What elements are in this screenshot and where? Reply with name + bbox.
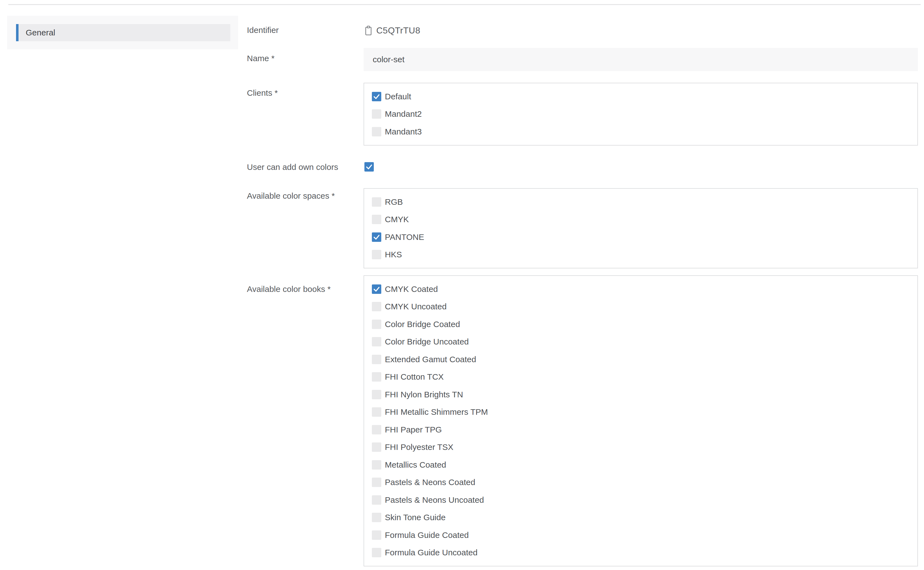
checkbox-option: Skin Tone Guide: [364, 509, 917, 527]
check-icon: [373, 285, 380, 293]
checkbox-option: CMYK Coated: [364, 280, 917, 298]
checkbox[interactable]: [372, 109, 381, 119]
checkbox-option: RGB: [364, 193, 917, 211]
checkbox-label: Pastels & Neons Uncoated: [385, 495, 484, 505]
checkbox-option: FHI Nylon Brights TN: [364, 386, 917, 403]
checkbox-label: Metallics Coated: [385, 460, 446, 470]
checkbox[interactable]: [372, 530, 381, 540]
checkbox-option: Metallics Coated: [364, 456, 917, 474]
checkbox-label: FHI Nylon Brights TN: [385, 390, 463, 399]
checkbox[interactable]: [372, 197, 381, 207]
checkbox-label: Mandant2: [385, 109, 422, 119]
color-spaces-checkbox-group: RGB CMYK PANTONE HKS: [363, 188, 918, 268]
check-icon: [365, 163, 373, 171]
sidebar-item-general[interactable]: General: [16, 24, 230, 41]
checkbox-label: HKS: [385, 250, 402, 259]
color-set-settings-page: General Identifier C5QTrTU8 Name * Clien…: [0, 0, 924, 570]
checkbox[interactable]: [372, 460, 381, 470]
checkbox-option: Default: [364, 88, 917, 106]
checkbox-option: HKS: [364, 246, 917, 264]
checkbox-label: Formula Guide Coated: [385, 530, 469, 540]
checkbox-option: PANTONE: [364, 228, 917, 246]
checkbox[interactable]: [372, 495, 381, 505]
name-input[interactable]: [363, 48, 918, 71]
checkbox-option: Formula Guide Uncoated: [364, 544, 917, 562]
checkbox-label: Color Bridge Coated: [385, 320, 460, 329]
checkbox-option: FHI Metallic Shimmers TPM: [364, 403, 917, 421]
checkbox-label: Mandant3: [385, 127, 422, 136]
checkbox-option: Pastels & Neons Uncoated: [364, 491, 917, 509]
checkbox[interactable]: [372, 320, 381, 329]
checkbox-option: FHI Paper TPG: [364, 421, 917, 438]
checkbox[interactable]: [372, 355, 381, 364]
checkbox-label: Color Bridge Uncoated: [385, 337, 469, 346]
checkbox-label: CMYK: [385, 215, 409, 224]
checkbox[interactable]: [372, 233, 381, 242]
color-books-label: Available color books *: [247, 285, 331, 294]
checkbox[interactable]: [372, 548, 381, 557]
checkbox-option: Mandant2: [364, 106, 917, 123]
checkbox-label: CMYK Coated: [385, 285, 438, 294]
checkbox-label: Pastels & Neons Coated: [385, 478, 475, 487]
checkbox[interactable]: [372, 285, 381, 294]
checkbox[interactable]: [372, 215, 381, 224]
checkbox-option: Mandant3: [364, 123, 917, 141]
checkbox-label: FHI Polyester TSX: [385, 443, 454, 452]
checkbox-option: Color Bridge Uncoated: [364, 333, 917, 351]
color-books-checkbox-group: CMYK Coated CMYK Uncoated Color Bridge C…: [363, 275, 918, 566]
checkbox-option: FHI Polyester TSX: [364, 438, 917, 456]
checkbox[interactable]: [372, 390, 381, 399]
user-can-add-own-colors-label: User can add own colors: [247, 163, 338, 172]
identifier-label: Identifier: [247, 26, 279, 35]
color-spaces-label: Available color spaces *: [247, 192, 335, 200]
checkbox[interactable]: [372, 443, 381, 452]
checkbox-label: Extended Gamut Coated: [385, 355, 476, 364]
checkbox[interactable]: [372, 407, 381, 417]
checkbox-label: Default: [385, 92, 411, 101]
check-icon: [373, 93, 380, 100]
check-icon: [373, 233, 380, 241]
checkbox[interactable]: [372, 425, 381, 434]
checkbox-label: Skin Tone Guide: [385, 513, 446, 522]
checkbox-option: Color Bridge Coated: [364, 316, 917, 333]
checkbox-option: Extended Gamut Coated: [364, 351, 917, 368]
clipboard-copy-icon[interactable]: [365, 26, 372, 36]
sidebar: General: [7, 16, 238, 49]
checkbox[interactable]: [372, 92, 381, 101]
identifier-text: C5QTrTU8: [376, 26, 420, 36]
checkbox-option: Pastels & Neons Coated: [364, 474, 917, 492]
name-label: Name *: [247, 54, 275, 63]
checkbox[interactable]: [372, 513, 381, 522]
checkbox[interactable]: [372, 302, 381, 311]
checkbox-option: CMYK: [364, 211, 917, 228]
user-can-add-own-colors-checkbox[interactable]: [364, 162, 374, 172]
checkbox[interactable]: [372, 372, 381, 382]
checkbox-label: FHI Metallic Shimmers TPM: [385, 407, 488, 417]
checkbox-label: RGB: [385, 197, 403, 207]
checkbox-option: Formula Guide Coated: [364, 526, 917, 544]
checkbox-label: FHI Cotton TCX: [385, 372, 444, 382]
checkbox-label: CMYK Uncoated: [385, 302, 446, 311]
checkbox[interactable]: [372, 250, 381, 259]
clients-label: Clients *: [247, 89, 278, 97]
top-divider: [8, 4, 921, 5]
sidebar-item-label: General: [26, 28, 55, 37]
identifier-value: C5QTrTU8: [365, 26, 420, 36]
checkbox-label: PANTONE: [385, 233, 424, 242]
checkbox-option: CMYK Uncoated: [364, 298, 917, 316]
clients-checkbox-group: Default Mandant2 Mandant3: [363, 83, 918, 146]
checkbox[interactable]: [372, 478, 381, 487]
checkbox-label: Formula Guide Uncoated: [385, 548, 478, 557]
checkbox-label: FHI Paper TPG: [385, 425, 442, 434]
checkbox[interactable]: [372, 337, 381, 346]
checkbox[interactable]: [372, 127, 381, 136]
checkbox-option: FHI Cotton TCX: [364, 368, 917, 386]
